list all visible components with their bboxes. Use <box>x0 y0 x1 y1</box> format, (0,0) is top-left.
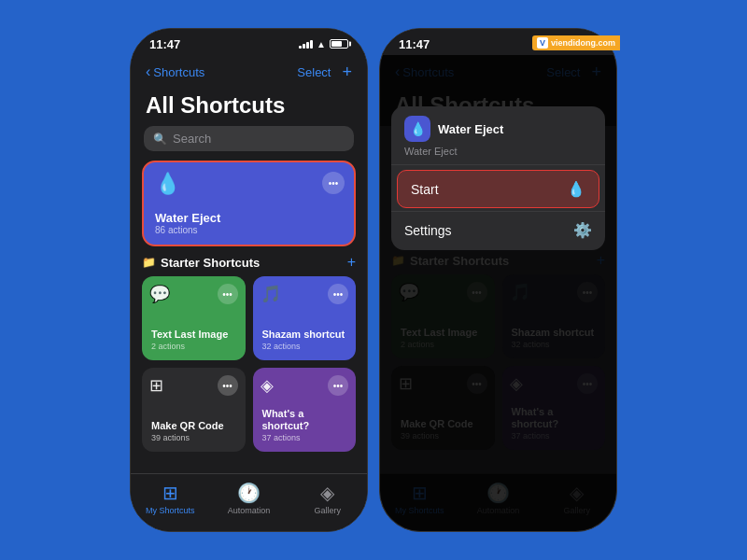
tab-automation-left[interactable]: 🕐 Automation <box>220 482 276 515</box>
page-title-left: All Shortcuts <box>131 89 367 126</box>
featured-actions-left: 86 actions <box>155 225 343 235</box>
card-more-whats[interactable]: ••• <box>328 375 348 396</box>
card-name-text-last: Text Last Image <box>151 329 236 341</box>
context-overlay[interactable]: 💧 Water Eject Water Eject Start 💧 Settin… <box>380 55 616 531</box>
context-subtitle: Water Eject <box>404 146 592 157</box>
watermark-text: viendidong.com <box>551 38 615 48</box>
context-settings-icon: ⚙️ <box>573 221 592 239</box>
right-phone: 11:47 ▲ <box>379 28 617 532</box>
card-actions-whats: 37 actions <box>262 433 347 442</box>
search-icon-left: 🔍 <box>153 133 167 146</box>
folder-icon-left: 📁 <box>142 256 156 269</box>
featured-card-left[interactable]: 💧 ••• Water Eject 86 actions <box>142 161 356 246</box>
time-right: 11:47 <box>399 37 430 51</box>
back-label-left: Shortcuts <box>153 65 204 79</box>
section-title-left: Starter Shortcuts <box>161 256 260 270</box>
card-more-text-last[interactable]: ••• <box>218 284 238 304</box>
left-phone: 11:47 ▲ ‹ Sh <box>130 28 368 532</box>
content-area-left: 💧 ••• Water Eject 86 actions 📁 Starter S… <box>131 161 367 473</box>
card-actions-shazam: 32 actions <box>262 342 347 351</box>
shortcut-card-text-last[interactable]: 💬 ••• Text Last Image 2 actions <box>142 276 246 360</box>
context-app-name: Water Eject <box>438 122 503 136</box>
signal-bar-3 <box>306 42 309 49</box>
battery-fill <box>331 41 342 47</box>
card-name-shazam: Shazam shortcut <box>262 329 347 341</box>
context-start-label: Start <box>411 182 439 197</box>
context-menu-app: 💧 Water Eject <box>404 116 592 142</box>
tab-bar-left: ⊞ My Shortcuts 🕐 Automation ◈ Gallery <box>131 473 367 531</box>
tab-automation-label-left: Automation <box>228 506 271 515</box>
page-heading-left: All Shortcuts <box>146 92 352 119</box>
card-more-shazam[interactable]: ••• <box>328 284 348 304</box>
card-icon-qr: ⊞ <box>149 375 163 396</box>
context-settings-label: Settings <box>404 223 452 238</box>
context-app-icon: 💧 <box>404 116 430 142</box>
card-name-qr: Make QR Code <box>151 420 236 432</box>
card-more-qr[interactable]: ••• <box>218 375 238 396</box>
tab-gallery-label-left: Gallery <box>315 506 342 515</box>
featured-name-left: Water Eject <box>155 211 343 225</box>
context-menu-items: Start 💧 Settings ⚙️ <box>391 165 605 250</box>
context-menu-settings[interactable]: Settings ⚙️ <box>391 211 605 248</box>
context-menu-header: 💧 Water Eject Water Eject <box>391 106 605 165</box>
shortcut-card-whats[interactable]: ◈ ••• What's a shortcut? 37 actions <box>253 368 357 452</box>
featured-more-left[interactable]: ••• <box>322 172 345 194</box>
card-icon-text-last: 💬 <box>149 284 170 304</box>
card-icon-whats: ◈ <box>261 375 274 396</box>
card-actions-text-last: 2 actions <box>151 342 236 351</box>
section-header-label-left: 📁 Starter Shortcuts <box>142 256 260 270</box>
section-add-left[interactable]: + <box>347 254 356 271</box>
context-start-icon: 💧 <box>567 180 585 198</box>
signal-bars <box>299 39 313 49</box>
nav-bar-left: ‹ Shortcuts Select + <box>131 55 367 89</box>
battery-icon <box>330 39 348 49</box>
back-chevron-icon: ‹ <box>146 63 150 80</box>
signal-bar-2 <box>303 44 305 49</box>
nav-actions-left: Select + <box>297 63 352 82</box>
shortcut-card-qr[interactable]: ⊞ ••• Make QR Code 39 actions <box>142 368 246 452</box>
time-left: 11:47 <box>149 37 180 51</box>
card-actions-qr: 39 actions <box>151 433 236 442</box>
shortcut-card-shazam[interactable]: 🎵 ••• Shazam shortcut 32 actions <box>253 276 357 360</box>
tab-gallery-icon-left: ◈ <box>320 482 334 504</box>
back-button-left[interactable]: ‹ Shortcuts <box>146 63 204 80</box>
watermark: V viendidong.com <box>532 35 620 50</box>
signal-bar-1 <box>299 46 302 49</box>
tab-automation-icon-left: 🕐 <box>237 482 261 504</box>
shortcuts-grid-left: 💬 ••• Text Last Image 2 actions 🎵 ••• Sh… <box>142 276 356 452</box>
context-menu: 💧 Water Eject Water Eject Start 💧 Settin… <box>391 106 605 250</box>
section-header-left: 📁 Starter Shortcuts + <box>142 254 356 271</box>
search-placeholder-left: Search <box>173 132 211 146</box>
featured-icon-left: 💧 <box>155 172 343 196</box>
tab-gallery-left[interactable]: ◈ Gallery <box>300 482 356 515</box>
tab-my-shortcuts-label-left: My Shortcuts <box>146 506 195 515</box>
search-bar-left[interactable]: 🔍 Search <box>144 126 354 151</box>
select-button-left[interactable]: Select <box>297 65 331 79</box>
card-name-whats: What's a shortcut? <box>262 408 347 432</box>
card-icon-shazam: 🎵 <box>261 284 281 304</box>
status-bar-left: 11:47 ▲ <box>131 29 367 55</box>
add-button-left[interactable]: + <box>342 63 352 82</box>
context-menu-start[interactable]: Start 💧 <box>397 170 599 208</box>
signal-bar-4 <box>310 40 313 49</box>
tab-my-shortcuts-icon-left: ⊞ <box>162 482 178 504</box>
tab-my-shortcuts-left[interactable]: ⊞ My Shortcuts <box>142 482 198 515</box>
wifi-icon: ▲ <box>317 39 326 49</box>
status-icons-left: ▲ <box>299 39 348 49</box>
